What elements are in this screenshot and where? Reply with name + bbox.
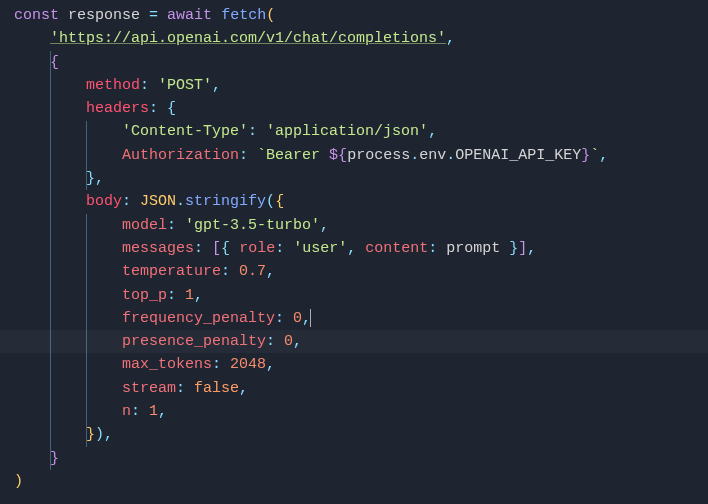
property-key: 'Content-Type': [122, 123, 248, 140]
number: 0: [293, 310, 302, 327]
code-line[interactable]: frequency_penalty: 0,: [14, 307, 708, 330]
identifier: prompt: [446, 240, 500, 257]
method: stringify: [185, 193, 266, 210]
number: 1: [149, 403, 158, 420]
number: 0.7: [239, 263, 266, 280]
property-key: frequency_penalty: [122, 310, 275, 327]
code-line[interactable]: presence_penalty: 0,: [14, 330, 708, 353]
code-line[interactable]: body: JSON.stringify({: [14, 190, 708, 213]
template-expr-open: ${: [329, 147, 347, 164]
template-expr-close: }: [581, 147, 590, 164]
code-line[interactable]: }: [14, 447, 708, 470]
code-line[interactable]: temperature: 0.7,: [14, 260, 708, 283]
code-line[interactable]: max_tokens: 2048,: [14, 353, 708, 376]
code-line[interactable]: {: [14, 51, 708, 74]
boolean: false: [194, 380, 239, 397]
number: 2048: [230, 356, 266, 373]
identifier: OPENAI_API_KEY: [455, 147, 581, 164]
property-key: top_p: [122, 287, 167, 304]
object: JSON: [140, 193, 176, 210]
property-key: model: [122, 217, 167, 234]
paren: (: [266, 7, 275, 24]
property-key: presence_penalty: [122, 333, 266, 350]
property-key: headers: [86, 100, 149, 117]
number: 1: [185, 287, 194, 304]
code-line[interactable]: top_p: 1,: [14, 284, 708, 307]
code-line[interactable]: },: [14, 167, 708, 190]
code-line[interactable]: }),: [14, 423, 708, 446]
function-call: fetch: [221, 7, 266, 24]
string: 'gpt-3.5-turbo': [185, 217, 320, 234]
brace: }: [50, 450, 59, 467]
property-key: temperature: [122, 263, 221, 280]
property-key: stream: [122, 380, 176, 397]
keyword-const: const: [14, 7, 59, 24]
property-key: n: [122, 403, 131, 420]
identifier: response: [68, 7, 140, 24]
property-key: messages: [122, 240, 194, 257]
property-key: content: [365, 240, 428, 257]
code-line[interactable]: ): [14, 470, 708, 493]
code-line[interactable]: model: 'gpt-3.5-turbo',: [14, 214, 708, 237]
template-string: `: [590, 147, 599, 164]
brace: {: [50, 54, 59, 71]
template-string: `Bearer: [257, 147, 329, 164]
code-line[interactable]: messages: [{ role: 'user', content: prom…: [14, 237, 708, 260]
identifier: process: [347, 147, 410, 164]
keyword-await: await: [167, 7, 212, 24]
code-line[interactable]: method: 'POST',: [14, 74, 708, 97]
string: 'user': [293, 240, 347, 257]
property-key: method: [86, 77, 140, 94]
code-line[interactable]: const response = await fetch(: [14, 4, 708, 27]
property-key: body: [86, 193, 122, 210]
number: 0: [284, 333, 293, 350]
property-key: Authorization: [122, 147, 239, 164]
code-line[interactable]: n: 1,: [14, 400, 708, 423]
operator: =: [149, 7, 158, 24]
code-line[interactable]: 'https://api.openai.com/v1/chat/completi…: [14, 27, 708, 50]
paren: ): [14, 473, 23, 490]
string-url: 'https://api.openai.com/v1/chat/completi…: [50, 30, 446, 47]
code-editor[interactable]: const response = await fetch( 'https://a…: [14, 4, 708, 493]
text-cursor: [310, 309, 311, 327]
string: 'POST': [158, 77, 212, 94]
comma: ,: [446, 30, 455, 47]
property-key: max_tokens: [122, 356, 212, 373]
code-line[interactable]: Authorization: `Bearer ${process.env.OPE…: [14, 144, 708, 167]
identifier: env: [419, 147, 446, 164]
string: 'application/json': [266, 123, 428, 140]
property-key: role: [239, 240, 275, 257]
code-line[interactable]: stream: false,: [14, 377, 708, 400]
code-line[interactable]: headers: {: [14, 97, 708, 120]
code-line[interactable]: 'Content-Type': 'application/json',: [14, 120, 708, 143]
